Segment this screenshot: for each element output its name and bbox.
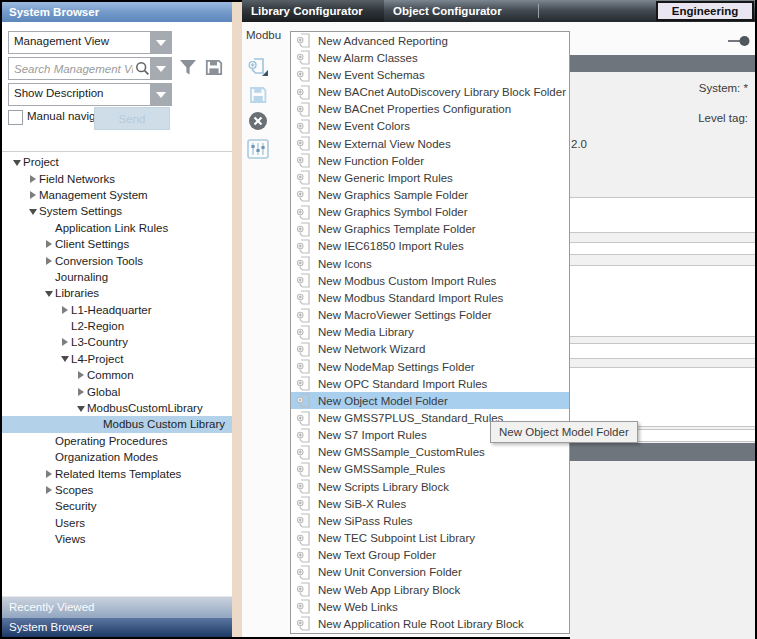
save-view-icon[interactable] <box>204 58 224 81</box>
chevron-down-icon[interactable] <box>150 32 171 53</box>
menu-item[interactable]: New Modbus Standard Import Rules <box>291 289 569 306</box>
tree-item[interactable]: Project <box>2 154 232 170</box>
collapsed-arrow-icon[interactable] <box>42 486 55 494</box>
new-item-icon[interactable] <box>246 55 270 79</box>
menu-item[interactable]: New Graphics Symbol Folder <box>291 204 569 221</box>
menu-item[interactable]: New Advanced Reporting <box>291 32 569 49</box>
menu-item[interactable]: New Icons <box>291 255 569 272</box>
manual-nav-checkbox[interactable] <box>8 110 23 125</box>
menu-item[interactable]: New Graphics Template Folder <box>291 221 569 238</box>
settings-sliders-icon[interactable] <box>246 137 270 161</box>
menu-item[interactable]: New Function Folder <box>291 152 569 169</box>
collapsed-arrow-icon[interactable] <box>42 257 55 265</box>
collapsed-arrow-icon[interactable] <box>26 175 39 183</box>
expanded-arrow-icon[interactable] <box>58 351 71 366</box>
menu-item[interactable]: New Unit Conversion Folder <box>291 564 569 581</box>
menu-item[interactable]: New IEC61850 Import Rules <box>291 238 569 255</box>
collapsed-arrow-icon[interactable] <box>58 306 71 314</box>
menu-item[interactable]: New Event Colors <box>291 118 569 135</box>
tree-item[interactable]: Operating Procedures <box>2 433 232 449</box>
tree-item[interactable]: Common <box>2 367 232 383</box>
tree-item[interactable]: Scopes <box>2 482 232 498</box>
menu-item[interactable]: New BACnet AutoDiscovery Library Block F… <box>291 83 569 100</box>
menu-item[interactable]: New Generic Import Rules <box>291 169 569 186</box>
tree-item[interactable]: System Settings <box>2 203 232 219</box>
system-browser-bar[interactable]: System Browser <box>2 618 232 637</box>
tree-item[interactable]: Libraries <box>2 285 232 301</box>
tree-item[interactable]: Global <box>2 383 232 399</box>
tab-object-configurator[interactable]: Object Configurator <box>384 0 538 22</box>
menu-item[interactable]: New Network Wizard <box>291 341 569 358</box>
tree-item[interactable]: Modbus Custom Library <box>2 416 232 432</box>
menu-item[interactable]: New Alarm Classes <box>291 49 569 66</box>
search-box[interactable] <box>8 57 172 80</box>
expanded-arrow-icon[interactable] <box>42 286 55 301</box>
menu-item[interactable]: New BACnet Properties Configuration <box>291 101 569 118</box>
form-field-row[interactable] <box>570 343 755 359</box>
tree-item[interactable]: L4-Project <box>2 351 232 367</box>
menu-item[interactable]: New Text Group Folder <box>291 547 569 564</box>
expanded-arrow-icon[interactable] <box>74 401 87 416</box>
menu-item[interactable]: New Scripts Library Block <box>291 478 569 495</box>
tree-item[interactable]: Views <box>2 531 232 547</box>
menu-item[interactable]: New External View Nodes <box>291 135 569 152</box>
description-dropdown[interactable]: Show Description <box>8 83 172 106</box>
form-field-row[interactable] <box>570 265 755 337</box>
expanded-arrow-icon[interactable] <box>26 204 39 219</box>
collapsed-arrow-icon[interactable] <box>74 371 87 379</box>
menu-item[interactable]: New MacroViewer Settings Folder <box>291 307 569 324</box>
tree-item[interactable]: Security <box>2 498 232 514</box>
tree-item[interactable]: Field Networks <box>2 170 232 186</box>
menu-item[interactable]: New GMSSample_Rules <box>291 461 569 478</box>
expanded-arrow-icon[interactable] <box>10 155 23 170</box>
tab-library-configurator[interactable]: Library Configurator <box>242 0 384 22</box>
collapsed-arrow-icon[interactable] <box>42 240 55 248</box>
recently-viewed-bar[interactable]: Recently Viewed <box>2 596 232 618</box>
tree-item[interactable]: L1-Headquarter <box>2 302 232 318</box>
search-chevron-down-icon[interactable] <box>150 58 171 79</box>
collapsed-arrow-icon[interactable] <box>58 338 71 346</box>
tree-item[interactable]: L3-Country <box>2 334 232 350</box>
tree-item[interactable]: ModbusCustomLibrary <box>2 400 232 416</box>
menu-item[interactable]: New TEC Subpoint List Library <box>291 530 569 547</box>
chevron-down-icon[interactable] <box>150 84 171 105</box>
tree-item[interactable]: Organization Modes <box>2 449 232 465</box>
search-input[interactable] <box>9 58 135 79</box>
tree-item[interactable]: L2-Region <box>2 318 232 334</box>
delete-icon[interactable] <box>246 109 270 133</box>
panel-splitter[interactable] <box>232 2 242 637</box>
collapsed-arrow-icon[interactable] <box>42 470 55 478</box>
tree-item[interactable]: Client Settings <box>2 236 232 252</box>
tree-item[interactable]: Related Items Templates <box>2 465 232 481</box>
view-dropdown[interactable]: Management View <box>8 31 172 54</box>
send-button[interactable]: Send <box>94 107 170 130</box>
menu-item[interactable]: New GMSSample_CustomRules <box>291 444 569 461</box>
tree-item-label: Conversion Tools <box>55 255 143 267</box>
pin-icon[interactable] <box>727 33 751 45</box>
menu-item[interactable]: New Event Schemas <box>291 66 569 83</box>
menu-item[interactable]: New SiPass Rules <box>291 512 569 529</box>
menu-item[interactable]: New Modbus Custom Import Rules <box>291 272 569 289</box>
menu-item[interactable]: New Web Links <box>291 598 569 615</box>
form-field-row[interactable] <box>570 242 755 255</box>
save-icon[interactable] <box>246 83 270 107</box>
menu-item[interactable]: New Web App Library Block <box>291 581 569 598</box>
tree-item[interactable]: Journaling <box>2 269 232 285</box>
form-field-row[interactable] <box>570 367 755 427</box>
menu-item[interactable]: New SiB-X Rules <box>291 495 569 512</box>
menu-item[interactable]: New Media Library <box>291 324 569 341</box>
menu-item[interactable]: New Object Model Folder <box>291 392 569 409</box>
collapsed-arrow-icon[interactable] <box>74 388 87 396</box>
engineering-mode-button[interactable]: Engineering <box>656 1 754 21</box>
tree-item[interactable]: Application Link Rules <box>2 220 232 236</box>
tree-item[interactable]: Conversion Tools <box>2 252 232 268</box>
filter-icon[interactable] <box>178 58 198 81</box>
menu-item[interactable]: New NodeMap Settings Folder <box>291 358 569 375</box>
form-field-row[interactable] <box>570 197 755 233</box>
collapsed-arrow-icon[interactable] <box>26 191 39 199</box>
menu-item[interactable]: New Graphics Sample Folder <box>291 186 569 203</box>
menu-item[interactable]: New OPC Standard Import Rules <box>291 375 569 392</box>
tree-item[interactable]: Users <box>2 515 232 531</box>
tree-item[interactable]: Management System <box>2 187 232 203</box>
menu-item[interactable]: New Application Rule Root Library Block <box>291 615 569 632</box>
